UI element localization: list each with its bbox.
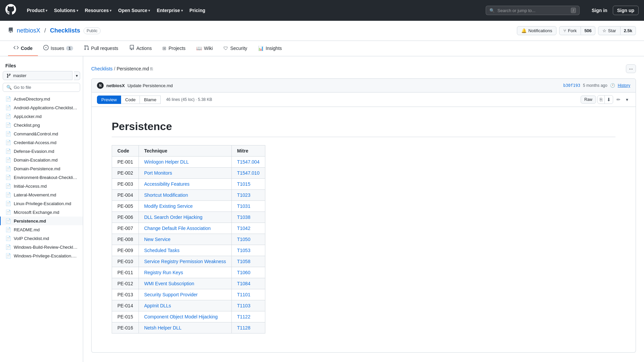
cell-mitre[interactable]: T1122 <box>231 311 265 322</box>
tab-actions[interactable]: Actions <box>124 41 157 56</box>
cell-mitre[interactable]: T1547.010 <box>231 168 265 179</box>
commit-hash[interactable]: b30f193 <box>563 83 580 88</box>
cell-technique[interactable]: Port Monitors <box>139 168 231 179</box>
cell-technique[interactable]: Winlogon Helper DLL <box>139 157 231 168</box>
cell-technique[interactable]: Shortcut Modification <box>139 190 231 201</box>
cell-mitre[interactable]: T1128 <box>231 322 265 334</box>
cell-technique[interactable]: Service Registry Permission Weakness <box>139 256 231 267</box>
list-item[interactable]: 📄 ActiveDirectory.md <box>0 95 83 103</box>
breadcrumb-repo-link[interactable]: Checklists <box>91 66 113 71</box>
view-tab-preview[interactable]: Preview <box>97 96 121 104</box>
nav-product[interactable]: Product ▾ <box>24 6 50 15</box>
sidebar: Files master ▾ 🔍 Go to file 📄 ActiveDire… <box>0 56 83 362</box>
signup-button[interactable]: Sign up <box>613 6 639 15</box>
list-item[interactable]: 📄 AppLocker.md <box>0 112 83 121</box>
raw-button[interactable]: Raw <box>581 96 596 104</box>
nav-opensource[interactable]: Open Source ▾ <box>115 6 153 15</box>
tab-insights[interactable]: 📊 Insights <box>253 41 287 56</box>
tab-issues[interactable]: Issues 1 <box>38 41 78 56</box>
list-item[interactable]: 📄 Linux-Privilege-Escalation.md <box>0 199 83 208</box>
list-item[interactable]: 📄 Command&Control.md <box>0 129 83 138</box>
tab-wiki[interactable]: 📖 Wiki <box>191 41 218 56</box>
list-item[interactable]: 📄 Microsoft Exchange.md <box>0 208 83 217</box>
cell-mitre[interactable]: T1031 <box>231 201 265 212</box>
cell-mitre[interactable]: T1038 <box>231 212 265 223</box>
list-item[interactable]: 📄 Credential-Access.md <box>0 138 83 147</box>
notifications-button[interactable]: 🔔 Notifications <box>517 26 556 35</box>
cell-technique[interactable]: New Service <box>139 234 231 245</box>
edit-icon[interactable]: ✏ <box>614 96 623 104</box>
list-item[interactable]: 📄 Checklist.png <box>0 121 83 129</box>
cell-mitre[interactable]: T1101 <box>231 289 265 300</box>
cell-technique[interactable]: Registry Run Keys <box>139 267 231 278</box>
cell-technique[interactable]: DLL Search Order Hijacking <box>139 212 231 223</box>
github-logo[interactable] <box>5 4 16 17</box>
star-button[interactable]: ☆ Star <box>598 26 621 35</box>
branch-button[interactable]: master <box>3 71 72 80</box>
list-item[interactable]: 📄 Domain-Escalation.md <box>0 156 83 164</box>
list-item-active[interactable]: 📄 Persistence.md <box>0 217 83 225</box>
list-item[interactable]: 📄 Windows-Build-Review-Checklis... <box>0 243 83 251</box>
tab-code[interactable]: Code <box>8 41 38 56</box>
branch-chevron-button[interactable]: ▾ <box>74 71 80 80</box>
cell-mitre[interactable]: T1023 <box>231 190 265 201</box>
cell-mitre[interactable]: T1060 <box>231 267 265 278</box>
page-title: Persistence <box>112 120 615 137</box>
nav-resources[interactable]: Resources ▾ <box>82 6 114 15</box>
list-item[interactable]: 📄 README.md <box>0 225 83 234</box>
cell-technique[interactable]: Netsh Helper DLL <box>139 322 231 334</box>
repo-name-link[interactable]: Checklists <box>50 27 80 34</box>
tab-pulls[interactable]: Pull requests <box>78 41 124 56</box>
cell-mitre[interactable]: T1058 <box>231 256 265 267</box>
history-link[interactable]: History <box>618 83 630 88</box>
list-item[interactable]: 📄 Environment-Breakout-Checklis... <box>0 173 83 182</box>
download-icon[interactable]: ⬇ <box>605 96 613 104</box>
cell-technique[interactable]: WMI Event Subscription <box>139 278 231 289</box>
col-header-code: Code <box>112 145 139 157</box>
bell-icon: 🔔 <box>521 28 527 33</box>
fork-button[interactable]: ⑂ Fork <box>559 26 581 35</box>
list-item[interactable]: 📄 VoIP Checklist.md <box>0 234 83 243</box>
nav-solutions[interactable]: Solutions ▾ <box>51 6 81 15</box>
more-file-options-icon[interactable]: ▾ <box>624 96 630 104</box>
cell-mitre[interactable]: T1053 <box>231 245 265 256</box>
cell-mitre[interactable]: T1547.004 <box>231 157 265 168</box>
cell-mitre[interactable]: T1084 <box>231 278 265 289</box>
more-options-button[interactable]: ··· <box>626 64 636 73</box>
file-meta: 46 lines (45 loc) · 5.38 KB <box>166 97 212 102</box>
repo-owner-link[interactable]: netbiosX <box>17 27 40 34</box>
file-icon: 📄 <box>5 105 11 110</box>
repo-icon <box>8 27 13 34</box>
copy-path-icon[interactable]: ⎘ <box>150 66 153 71</box>
search-bar[interactable]: 🔍 Search or jump to... / <box>486 6 580 15</box>
cell-technique[interactable]: AppInit DLLs <box>139 300 231 311</box>
cell-technique[interactable]: Component Object Model Hijacking <box>139 311 231 322</box>
cell-mitre[interactable]: T1042 <box>231 223 265 234</box>
cell-technique[interactable]: Accessibility Features <box>139 179 231 190</box>
star-count[interactable]: 2.5k <box>621 26 636 35</box>
cell-mitre[interactable]: T1103 <box>231 300 265 311</box>
cell-technique[interactable]: Change Default File Association <box>139 223 231 234</box>
fork-count[interactable]: 506 <box>581 26 595 35</box>
cell-mitre[interactable]: T1050 <box>231 234 265 245</box>
view-tab-blame[interactable]: Blame <box>140 96 161 104</box>
view-tab-code[interactable]: Code <box>121 96 140 104</box>
tab-security[interactable]: 🛡 Security <box>218 41 253 56</box>
cell-technique[interactable]: Modify Existing Service <box>139 201 231 212</box>
nav-pricing[interactable]: Pricing <box>187 6 208 15</box>
tab-projects[interactable]: ⊞ Projects <box>157 41 191 56</box>
list-item[interactable]: 📄 Windows-Privilege-Escalation.md <box>0 251 83 260</box>
cell-technique[interactable]: Security Support Provider <box>139 289 231 300</box>
nav-enterprise[interactable]: Enterprise ▾ <box>154 6 185 15</box>
list-item[interactable]: 📄 Initial-Access.md <box>0 182 83 190</box>
list-item[interactable]: 📄 Domain-Persistence.md <box>0 164 83 173</box>
list-item[interactable]: 📄 Lateral-Movement.md <box>0 190 83 199</box>
list-item[interactable]: 📄 Defense-Evasion.md <box>0 147 83 156</box>
copy-raw-icon[interactable]: ⎘ <box>598 96 605 104</box>
cell-mitre[interactable]: T1015 <box>231 179 265 190</box>
list-item[interactable]: 📄 Android-Applications-Checklist.md <box>0 103 83 112</box>
cell-technique[interactable]: Scheduled Tasks <box>139 245 231 256</box>
search-files-input[interactable]: 🔍 Go to file <box>3 83 80 92</box>
signin-button[interactable]: Sign in <box>589 6 610 15</box>
commit-author[interactable]: netbiosX <box>106 83 125 88</box>
